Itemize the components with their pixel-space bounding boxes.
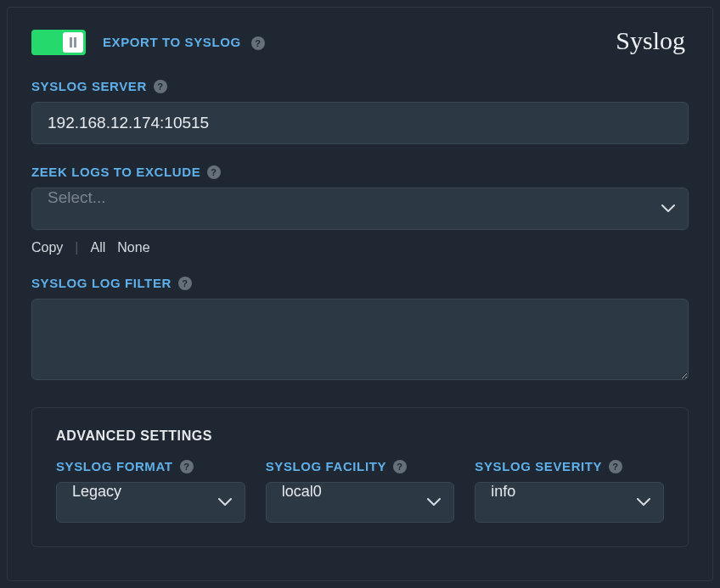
format-label: SYSLOG FORMAT ? [56, 459, 245, 473]
format-field: SYSLOG FORMAT ? Legacy [56, 459, 245, 523]
filter-field: SYSLOG LOG FILTER ? [31, 276, 689, 384]
svg-text:?: ? [397, 462, 402, 472]
all-link[interactable]: All [91, 240, 106, 255]
severity-select-wrap: info [475, 482, 664, 523]
severity-label: SYSLOG SEVERITY ? [475, 459, 664, 473]
server-label: SYSLOG SERVER ? [31, 79, 689, 93]
advanced-row: SYSLOG FORMAT ? Legacy SYSLOG FACILITY [56, 459, 664, 523]
svg-text:?: ? [182, 278, 188, 288]
facility-label-text: SYSLOG FACILITY [266, 459, 386, 473]
severity-label-text: SYSLOG SEVERITY [475, 459, 602, 473]
exclude-select-wrap: Select... [31, 188, 689, 230]
server-field: SYSLOG SERVER ? [31, 79, 689, 144]
server-label-text: SYSLOG SERVER [31, 79, 147, 93]
svg-text:?: ? [183, 462, 189, 472]
export-to-syslog-text: EXPORT TO SYSLOG [103, 35, 241, 49]
syslog-log-filter-input[interactable] [31, 299, 689, 380]
advanced-settings-title: ADVANCED SETTINGS [56, 428, 664, 444]
format-label-text: SYSLOG FORMAT [56, 459, 173, 473]
separator: | [75, 240, 78, 255]
syslog-facility-select[interactable]: local0 [266, 482, 455, 523]
syslog-format-select[interactable]: Legacy [56, 482, 245, 523]
format-select-wrap: Legacy [56, 482, 245, 523]
help-icon[interactable]: ? [180, 460, 194, 473]
help-icon[interactable]: ? [251, 36, 265, 50]
export-to-syslog-label: EXPORT TO SYSLOG ? [103, 35, 265, 50]
help-icon[interactable]: ? [609, 460, 622, 473]
svg-rect-0 [70, 37, 72, 48]
exclude-label: ZEEK LOGS TO EXCLUDE ? [31, 165, 689, 179]
help-icon[interactable]: ? [154, 80, 167, 93]
help-icon[interactable]: ? [178, 277, 192, 290]
syslog-server-input[interactable] [31, 102, 689, 144]
syslog-severity-select[interactable]: info [475, 482, 664, 523]
toggle-knob [63, 32, 83, 53]
svg-text:?: ? [211, 167, 217, 177]
svg-rect-1 [74, 37, 76, 48]
exclude-quicklinks: Copy | All None [31, 240, 689, 255]
help-icon[interactable]: ? [393, 460, 407, 473]
none-link[interactable]: None [117, 240, 149, 255]
filter-label-text: SYSLOG LOG FILTER [31, 276, 172, 290]
facility-label: SYSLOG FACILITY ? [266, 459, 455, 473]
svg-text:?: ? [157, 81, 163, 92]
help-icon[interactable]: ? [207, 165, 221, 179]
export-to-syslog-toggle[interactable] [31, 30, 86, 55]
pause-icon [69, 37, 77, 48]
export-toggle-row: EXPORT TO SYSLOG ? [31, 28, 689, 57]
exclude-field: ZEEK LOGS TO EXCLUDE ? Select... Copy | … [31, 165, 689, 255]
facility-field: SYSLOG FACILITY ? local0 [266, 459, 455, 523]
page-title: Syslog [616, 26, 685, 55]
svg-text:?: ? [613, 462, 619, 472]
filter-label: SYSLOG LOG FILTER ? [31, 276, 689, 290]
advanced-settings: ADVANCED SETTINGS SYSLOG FORMAT ? Legacy [31, 407, 689, 547]
zeek-logs-exclude-select[interactable]: Select... [31, 188, 689, 230]
facility-select-wrap: local0 [266, 482, 455, 523]
syslog-settings-panel: Syslog EXPORT TO SYSLOG ? SYSLOG SERVER … [7, 7, 713, 581]
severity-field: SYSLOG SEVERITY ? info [475, 459, 664, 523]
exclude-label-text: ZEEK LOGS TO EXCLUDE [31, 165, 200, 179]
svg-text:?: ? [256, 38, 262, 48]
copy-link[interactable]: Copy [31, 240, 63, 255]
